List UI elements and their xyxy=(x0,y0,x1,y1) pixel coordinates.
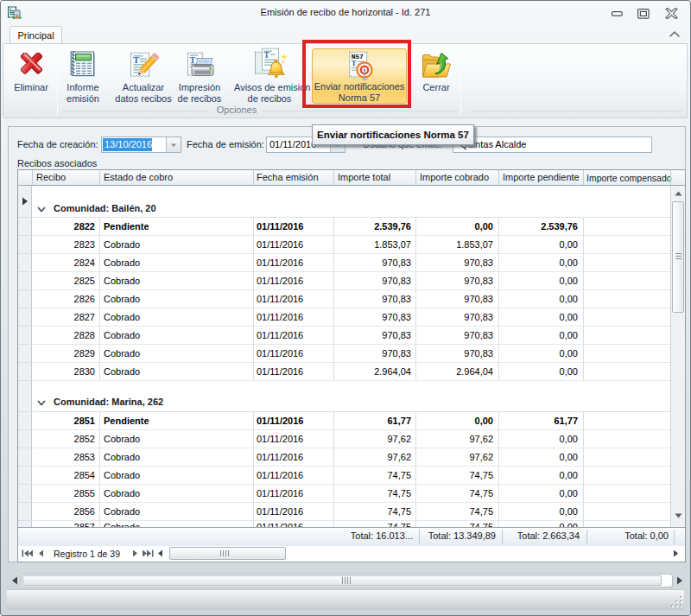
svg-text:T: T xyxy=(190,55,196,65)
svg-text:T: T xyxy=(264,51,270,60)
